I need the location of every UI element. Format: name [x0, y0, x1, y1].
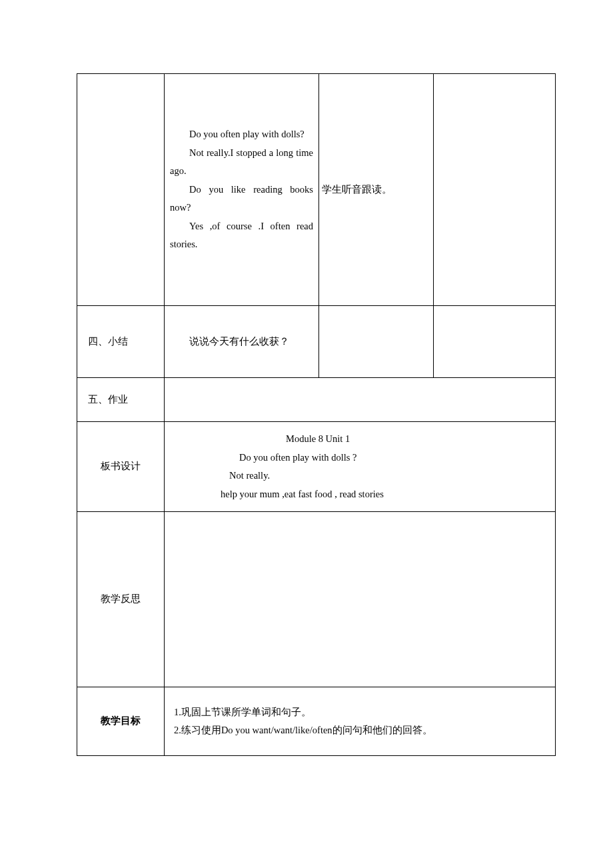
table-row: 教学反思: [77, 512, 556, 687]
objective-line: 2.练习使用Do you want/want/like/often的问句和他们的…: [174, 721, 546, 740]
document-page: Do you often play with dolls? Not really…: [77, 73, 555, 756]
summary-content: 说说今天有什么收获？: [167, 331, 316, 353]
summary-label: 四、小结: [88, 333, 153, 351]
dialogue-line: Yes ,of course .I often read stories.: [170, 217, 313, 254]
table-row: 四、小结 说说今天有什么收获？: [77, 306, 556, 378]
reflection-label: 教学反思: [101, 593, 141, 604]
dialogue-block: Do you often play with dolls? Not really…: [167, 124, 316, 255]
table-row: Do you often play with dolls? Not really…: [77, 74, 556, 306]
reflection-label-cell: 教学反思: [77, 512, 165, 687]
table-row: 教学目标 1.巩固上节课所学单词和句子。 2.练习使用Do you want/w…: [77, 687, 556, 756]
summary-label-cell: 四、小结: [77, 306, 165, 378]
student-note: 学生听音跟读。: [322, 181, 430, 199]
board-line: Not really.: [173, 467, 547, 485]
board-line: help your mum ,eat fast food , read stor…: [173, 485, 547, 504]
dialogue-line: Do you like reading books now?: [170, 181, 313, 217]
row1-label-cell: [77, 74, 165, 306]
homework-content-cell: [165, 378, 556, 422]
objective-content-cell: 1.巩固上节课所学单词和句子。 2.练习使用Do you want/want/l…: [165, 687, 556, 756]
board-line: Module 8 Unit 1: [173, 430, 547, 449]
homework-label-cell: 五、作业: [77, 378, 165, 422]
reflection-content-cell: [165, 512, 556, 687]
table-row: 五、作业: [77, 378, 556, 422]
row1-empty-cell: [434, 74, 556, 306]
objective-label-cell: 教学目标: [77, 687, 165, 756]
row1-content-cell: Do you often play with dolls? Not really…: [165, 74, 319, 306]
table-row: 板书设计 Module 8 Unit 1 Do you often play w…: [77, 422, 556, 512]
board-design-content: Module 8 Unit 1 Do you often play with d…: [167, 427, 552, 506]
row1-note-cell: 学生听音跟读。: [319, 74, 434, 306]
summary-content-cell: 说说今天有什么收获？: [165, 306, 319, 378]
homework-label: 五、作业: [88, 391, 153, 409]
board-design-label-cell: 板书设计: [77, 422, 165, 512]
objective-line: 1.巩固上节课所学单词和句子。: [174, 703, 546, 722]
board-design-content-cell: Module 8 Unit 1 Do you often play with d…: [165, 422, 556, 512]
summary-empty1: [319, 306, 434, 378]
board-line: Do you often play with dolls ?: [173, 449, 547, 467]
lesson-plan-table: Do you often play with dolls? Not really…: [77, 73, 556, 756]
summary-empty2: [434, 306, 556, 378]
objective-label: 教学目标: [101, 715, 141, 726]
objective-content: 1.巩固上节课所学单词和句子。 2.练习使用Do you want/want/l…: [167, 699, 552, 744]
dialogue-line: Do you often play with dolls?: [170, 125, 313, 144]
board-design-label: 板书设计: [101, 461, 141, 471]
dialogue-line: Not really.I stopped a long time ago.: [170, 144, 313, 181]
